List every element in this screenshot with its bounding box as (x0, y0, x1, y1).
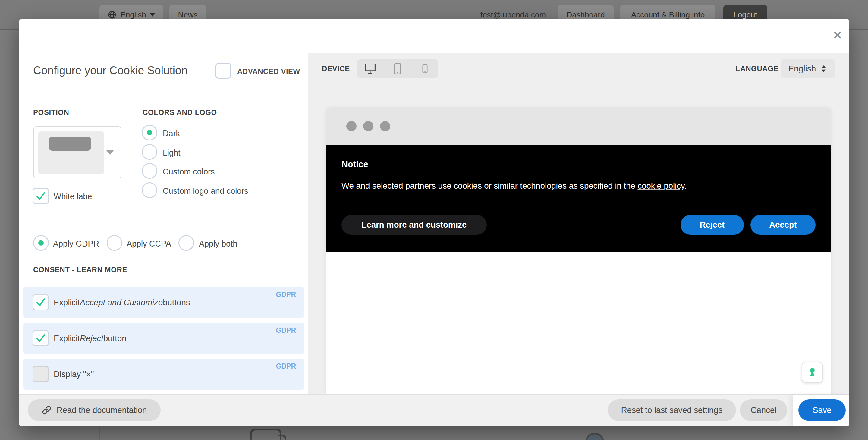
radio-light-label: Light (163, 148, 181, 158)
header-divider (19, 93, 308, 93)
select-arrows-icon (820, 64, 827, 73)
consent-row-label: Explicit Reject button (54, 323, 127, 354)
device-segmented-control (357, 59, 438, 78)
label-prefix: Explicit (54, 334, 80, 343)
gdpr-badge: GDPR (276, 326, 296, 335)
cancel-button[interactable]: Cancel (740, 399, 787, 421)
radio-dot (38, 240, 44, 246)
reject-button[interactable]: Reject (681, 215, 744, 235)
radio-custom-logo-colors-label: Custom logo and colors (163, 187, 248, 196)
radio-dark-label: Dark (163, 129, 180, 138)
browser-dot-icon (346, 121, 356, 131)
device-tablet-button[interactable] (384, 59, 412, 78)
topbar-language-label: English (120, 10, 146, 20)
browser-dot-icon (380, 121, 390, 131)
consent-row-reject: Explicit Reject button GDPR (23, 323, 304, 354)
desktop-icon (364, 63, 376, 74)
position-section-label: POSITION (33, 108, 69, 117)
check-icon (35, 333, 46, 344)
save-button[interactable]: Save (798, 399, 846, 421)
radio-dark[interactable] (142, 125, 157, 140)
consent-checkbox-reject[interactable] (33, 330, 49, 346)
device-desktop-button[interactable] (357, 59, 384, 78)
preview-panel: DEVICE LANGUAGE English (308, 53, 849, 394)
mobile-icon (422, 64, 428, 73)
banner-body-end: . (684, 181, 687, 190)
page-title: Configure your Cookie Solution (33, 64, 187, 77)
colors-section-label: COLORS AND LOGO (143, 108, 217, 117)
close-icon[interactable]: ✕ (829, 27, 846, 44)
language-select[interactable]: English (781, 59, 835, 78)
iubenda-privacy-widget-button[interactable] (802, 362, 823, 383)
label-suffix: buttons (163, 298, 190, 307)
learn-more-link[interactable]: LEARN MORE (77, 265, 127, 274)
radio-apply-ccpa-label: Apply CCPA (127, 239, 171, 249)
browser-preview: Notice We and selected partners use cook… (327, 107, 831, 394)
consent-checkbox-display-x[interactable] (33, 366, 49, 382)
cookie-policy-link[interactable]: cookie policy (638, 181, 684, 190)
consent-row-label: Display "×" (54, 358, 94, 390)
device-label: DEVICE (322, 64, 350, 73)
radio-custom-colors-label: Custom colors (163, 167, 215, 177)
banner-body: We and selected partners use cookies or … (341, 181, 687, 191)
background-scroll-icon (250, 429, 281, 440)
accept-button[interactable]: Accept (750, 215, 815, 235)
check-icon (35, 297, 46, 308)
read-documentation-label: Read the documentation (57, 405, 147, 415)
tablet-icon (394, 63, 401, 75)
radio-apply-ccpa[interactable] (107, 235, 122, 251)
radio-apply-gdpr-label: Apply GDPR (53, 239, 99, 249)
gdpr-badge: GDPR (276, 362, 296, 370)
consent-row-accept-customize: Explicit Accept and Customize buttons GD… (23, 287, 304, 318)
radio-apply-gdpr[interactable] (33, 235, 49, 251)
label-italic: Reject (80, 334, 103, 343)
consent-row-display-x: Display "×" GDPR (23, 358, 304, 390)
radio-custom-colors[interactable] (142, 163, 157, 179)
language-value: English (788, 64, 816, 73)
link-icon (41, 405, 52, 415)
modal-footer: Read the documentation Reset to last sav… (19, 394, 849, 427)
chevron-down-icon (106, 150, 114, 155)
label-prefix: Explicit (54, 298, 80, 307)
white-label-checkbox[interactable] (33, 188, 49, 204)
radio-dot (147, 130, 152, 135)
browser-dot-icon (363, 121, 373, 131)
cookie-banner: Notice We and selected partners use cook… (327, 145, 831, 252)
advanced-view-label: ADVANCED VIEW (237, 67, 300, 76)
reset-settings-button[interactable]: Reset to last saved settings (608, 399, 736, 421)
account-email-text: test@iubenda.com (480, 10, 546, 20)
consent-label-text: CONSENT - (33, 265, 74, 274)
position-preview (38, 131, 104, 174)
white-label-label: White label (54, 192, 94, 201)
radio-light[interactable] (142, 144, 157, 160)
topbar-dashboard-label: Dashboard (566, 10, 604, 20)
advanced-view-checkbox[interactable] (216, 63, 231, 78)
cookie-solution-modal: ✕ Configure your Cookie Solution ADVANCE… (19, 19, 849, 427)
globe-icon (107, 10, 117, 19)
banner-buttons: Learn more and customize Reject Accept (341, 215, 815, 235)
learn-more-customize-button[interactable]: Learn more and customize (341, 215, 487, 235)
banner-title: Notice (341, 159, 368, 169)
consent-checkbox-accept-customize[interactable] (33, 294, 49, 310)
position-selector[interactable] (33, 126, 121, 179)
topbar-news-label: News (178, 10, 197, 20)
read-documentation-button[interactable]: Read the documentation (28, 399, 161, 421)
radio-custom-logo-colors[interactable] (142, 182, 157, 198)
keyhole-icon (807, 367, 818, 378)
chevron-down-icon (150, 13, 155, 17)
radio-apply-both[interactable] (179, 235, 194, 251)
label-italic: Accept and Customize (80, 298, 163, 307)
topbar-billing-label: Account & Billing info (631, 10, 705, 20)
topbar-logout-label: Logout (733, 10, 757, 20)
gdpr-badge: GDPR (276, 290, 296, 298)
label-prefix: Display "×" (54, 370, 94, 379)
radio-apply-both-label: Apply both (199, 239, 238, 249)
device-mobile-button[interactable] (411, 59, 438, 78)
consent-row-label: Explicit Accept and Customize buttons (54, 287, 190, 318)
language-label: LANGUAGE (736, 64, 778, 73)
section-divider (19, 224, 308, 224)
label-suffix: button (103, 334, 126, 343)
position-top-banner-shape (49, 137, 91, 151)
background-circle-icon (585, 433, 604, 440)
consent-section-label: CONSENT - LEARN MORE (33, 265, 127, 274)
